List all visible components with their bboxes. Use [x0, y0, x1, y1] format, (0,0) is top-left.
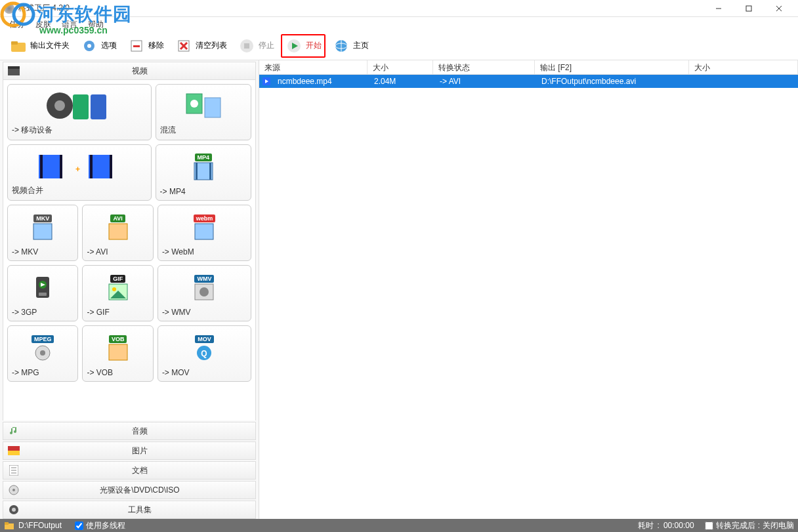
- col-status[interactable]: 转换状态: [433, 60, 535, 74]
- remove-button[interactable]: 移除: [123, 34, 168, 58]
- svg-rect-71: [5, 522, 9, 525]
- list-header: 来源 大小 转换状态 输出 [F2] 大小: [259, 60, 798, 75]
- tile-gif-label: -> GIF: [87, 308, 148, 317]
- tile-3gp[interactable]: -> 3GP: [7, 265, 78, 321]
- tile-mkv[interactable]: MKV -> MKV: [7, 205, 78, 261]
- tile-mkv-label: -> MKV: [12, 247, 74, 256]
- mobile-device-icon: [12, 89, 147, 122]
- col-size[interactable]: 大小: [368, 60, 433, 74]
- remove-label: 移除: [148, 40, 164, 51]
- col-source[interactable]: 来源: [259, 60, 368, 74]
- category-disc-label: 光驱设备\DVD\CD\ISO: [24, 485, 255, 496]
- merge-icon: +: [12, 149, 147, 182]
- video-file-icon: [262, 77, 271, 86]
- menu-task[interactable]: 任务: [4, 18, 30, 31]
- mp4-icon: MP4: [160, 149, 247, 184]
- svg-rect-7: [11, 41, 18, 45]
- mux-icon: [160, 89, 247, 122]
- globe-icon: [332, 37, 350, 55]
- folder-icon: [9, 37, 28, 55]
- shutdown-label: 关闭电脑: [763, 520, 794, 531]
- mp4-badge: MP4: [195, 153, 213, 161]
- maximize-button[interactable]: [734, 0, 764, 17]
- title-bar: 格式工厂 4.2.0: [0, 0, 798, 17]
- options-button[interactable]: 选项: [76, 34, 121, 58]
- tile-mpg[interactable]: MPEG -> MPG: [7, 325, 78, 382]
- category-audio[interactable]: 音频: [3, 422, 256, 440]
- svg-rect-36: [90, 155, 93, 178]
- tile-avi[interactable]: AVI -> AVI: [82, 205, 153, 261]
- start-button[interactable]: 开始: [281, 34, 326, 58]
- svg-rect-23: [8, 66, 20, 69]
- category-toolkit[interactable]: 工具集: [3, 501, 256, 519]
- shutdown-checkbox[interactable]: 转换完成后 : 关闭电脑: [705, 520, 794, 531]
- sidebar: 视频 -> 移动设备 混流: [0, 60, 259, 519]
- home-label: 主页: [353, 40, 369, 51]
- tile-vob[interactable]: VOB -> VOB: [82, 325, 153, 382]
- tile-gif[interactable]: GIF -> GIF: [82, 265, 153, 321]
- wmv-badge: WMV: [194, 275, 214, 283]
- category-picture[interactable]: 图片: [3, 441, 256, 460]
- col-size2[interactable]: 大小: [689, 60, 798, 74]
- tile-avi-label: -> AVI: [87, 247, 148, 256]
- close-button[interactable]: [764, 0, 794, 17]
- tile-mp4[interactable]: MP4 -> MP4: [156, 144, 251, 201]
- elapsed-label: 耗时: [638, 520, 654, 531]
- svg-point-67: [12, 508, 16, 512]
- toolbar: 输出文件夹 选项 移除 清空列表 停止 开始 主页: [0, 31, 798, 60]
- tile-vob-label: -> VOB: [87, 368, 148, 377]
- tile-video-merge[interactable]: + 视频合并: [7, 144, 152, 201]
- clear-list-button[interactable]: 清空列表: [171, 34, 231, 58]
- category-disc[interactable]: 光驱设备\DVD\CD\ISO: [3, 481, 256, 499]
- document-icon: [7, 464, 20, 477]
- output-folder-label: 输出文件夹: [30, 40, 70, 51]
- category-audio-label: 音频: [24, 426, 255, 437]
- svg-rect-26: [73, 94, 89, 119]
- tile-mux[interactable]: 混流: [156, 84, 251, 140]
- tile-3gp-label: -> 3GP: [12, 308, 74, 317]
- toolkit-icon: [7, 503, 20, 516]
- tile-mobile-device[interactable]: -> 移动设备: [7, 84, 152, 140]
- svg-rect-55: [109, 344, 127, 360]
- tile-webm[interactable]: webm -> WebM: [158, 205, 251, 261]
- svg-rect-41: [33, 224, 52, 239]
- svg-rect-16: [244, 43, 249, 49]
- multithread-checkbox-input[interactable]: [75, 522, 83, 530]
- status-output-path[interactable]: D:\FFOutput: [18, 521, 62, 530]
- gp3-icon: [12, 270, 74, 305]
- output-folder-button[interactable]: 输出文件夹: [5, 34, 74, 58]
- stop-button[interactable]: 停止: [234, 34, 278, 58]
- multithread-checkbox[interactable]: 使用多线程: [75, 520, 125, 531]
- menu-help[interactable]: 帮助: [83, 18, 109, 31]
- mpeg-badge: MPEG: [32, 335, 54, 343]
- svg-rect-11: [133, 45, 140, 47]
- svg-rect-37: [110, 155, 112, 178]
- svg-rect-43: [195, 224, 213, 239]
- tile-mov[interactable]: MOVQ -> MOV: [158, 325, 251, 382]
- gear-icon: [80, 37, 98, 55]
- category-toolkit-label: 工具集: [24, 504, 255, 516]
- clear-label: 清空列表: [196, 40, 227, 51]
- tile-wmv[interactable]: WMV -> WMV: [158, 265, 251, 321]
- home-button[interactable]: 主页: [328, 34, 373, 58]
- svg-rect-33: [60, 155, 62, 178]
- svg-point-30: [190, 100, 198, 108]
- status-bar: D:\FFOutput 使用多线程 耗时 : 00:00:00 转换完成后 : …: [0, 519, 798, 532]
- category-video[interactable]: 视频: [3, 62, 256, 80]
- svg-point-25: [54, 100, 65, 111]
- tile-wmv-label: -> WMV: [162, 308, 247, 317]
- minimize-button[interactable]: [704, 0, 734, 17]
- vob-badge: VOB: [109, 335, 127, 343]
- col-output[interactable]: 输出 [F2]: [535, 60, 689, 74]
- category-picture-label: 图片: [24, 445, 255, 457]
- folder-open-icon[interactable]: [4, 520, 14, 531]
- shutdown-checkbox-input[interactable]: [705, 522, 713, 530]
- list-row[interactable]: ncmbdeee.mp4 2.04M -> AVI D:\FFOutput\nc…: [259, 75, 798, 88]
- svg-rect-3: [746, 6, 751, 11]
- cell-output: D:\FFOutput\ncmbdeee.avi: [536, 77, 690, 86]
- menu-skin[interactable]: 皮肤: [30, 18, 56, 31]
- category-document[interactable]: 文档: [3, 461, 256, 480]
- menu-language[interactable]: 语言: [56, 18, 83, 31]
- menu-bar: 任务 皮肤 语言 帮助: [0, 17, 798, 31]
- tile-mp4-label: -> MP4: [160, 187, 247, 196]
